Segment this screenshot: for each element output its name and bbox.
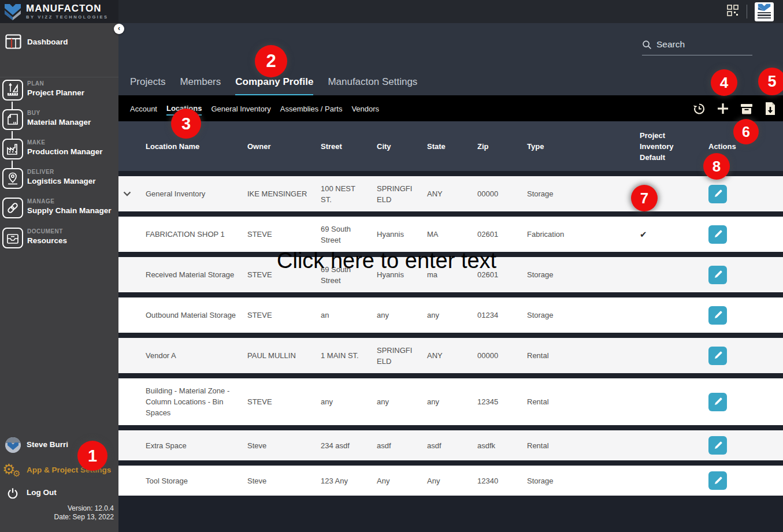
pencil-icon	[713, 189, 723, 199]
location-name: Building - Material Zone - Column Locati…	[143, 385, 244, 418]
location-name: Tool Storage	[143, 475, 244, 486]
default-check: ✔	[640, 229, 647, 239]
subtab-vendors[interactable]: Vendors	[351, 102, 379, 115]
table-row[interactable]: Outbound Material Storage STEVE an any a…	[118, 297, 783, 333]
sidebar-item-resources[interactable]: DOCUMENT Resources	[0, 228, 118, 251]
owner: STEVE	[244, 310, 318, 321]
history-icon[interactable]	[692, 101, 706, 116]
deliver-icon	[2, 168, 23, 189]
sidebar-category: PLAN	[27, 80, 44, 87]
city: asdf	[374, 440, 424, 451]
content-header: Search Projects Members Company Profile …	[118, 23, 783, 95]
type: Fabrication	[524, 229, 637, 240]
table-row[interactable]: Tool Storage Steve 123 Any Any Any 12340…	[118, 466, 783, 496]
sidebar-connector	[12, 131, 13, 139]
zip: 00000	[474, 188, 524, 199]
pencil-icon	[713, 270, 723, 280]
chevron-down-icon[interactable]	[123, 191, 131, 196]
manage-icon	[2, 198, 23, 218]
type: Storage	[524, 269, 637, 280]
buy-icon	[2, 109, 23, 130]
subtab-assemblies-parts[interactable]: Assemblies / Parts	[280, 102, 343, 115]
table-row[interactable]: Building - Material Zone - Column Locati…	[118, 378, 783, 425]
sidebar-item-label: Resources	[27, 236, 67, 245]
table-row[interactable]: Vendor A PAUL MULLIN 1 MAIN ST. SPRINGFI…	[118, 338, 783, 373]
zip: 00000	[474, 350, 524, 361]
tab-company-profile[interactable]: Company Profile	[235, 76, 313, 95]
sidebar-item-material-manager[interactable]: BUY Material Manager	[0, 109, 118, 132]
column-city: City	[374, 141, 424, 152]
add-icon[interactable]	[716, 101, 730, 116]
owner: STEVE	[244, 396, 318, 407]
annotation-circle-3: 3	[171, 109, 201, 139]
owner: Steve	[244, 440, 318, 451]
state: any	[424, 396, 474, 407]
city: Any	[374, 475, 424, 486]
manufacton-news-icon[interactable]	[755, 2, 774, 21]
edit-button[interactable]	[708, 185, 727, 203]
tab-projects[interactable]: Projects	[130, 76, 165, 95]
manufacton-app: MANUFACTON BY VIZZ TECHNOLOGIES	[0, 0, 783, 532]
edit-button[interactable]	[708, 471, 727, 490]
sidebar-item-production-manager[interactable]: MAKE Production Manager	[0, 139, 118, 162]
export-icon[interactable]	[763, 101, 777, 116]
annotation-circle-7: 7	[631, 185, 658, 211]
column-zip: Zip	[474, 141, 524, 152]
state: ANY	[424, 188, 474, 199]
zip: asdfk	[474, 440, 524, 451]
logout-label: Log Out	[27, 488, 57, 497]
manufacton-logo-icon	[4, 3, 21, 20]
column-project-inventory-default: Project Inventory Default	[637, 130, 706, 163]
location-name: Outbound Material Storage	[143, 310, 244, 321]
location-name: General Inventory	[143, 188, 244, 199]
tab-members[interactable]: Members	[180, 76, 221, 95]
sidebar-item-project-planner[interactable]: PLAN Project Planner	[0, 80, 118, 103]
search-input[interactable]: Search	[642, 39, 752, 55]
sidebar-item-settings[interactable]: ⚙⚙ App & Project Settings	[0, 466, 118, 485]
tab-manufacton-settings[interactable]: Manufacton Settings	[328, 76, 417, 95]
search-placeholder: Search	[656, 39, 685, 50]
city: SPRINGFIELD	[374, 345, 424, 367]
sidebar-category: BUY	[27, 110, 40, 116]
owner: Steve	[244, 475, 318, 486]
plan-icon	[2, 80, 23, 101]
overlay-entered-text[interactable]: Click here to enter text	[277, 248, 496, 273]
sidebar-item-dashboard[interactable]: Dashboard	[0, 33, 118, 54]
subtab-account[interactable]: Account	[130, 102, 157, 115]
zip: 01234	[474, 310, 524, 321]
archive-icon[interactable]	[740, 101, 754, 116]
qr-code-icon[interactable]	[726, 4, 739, 19]
edit-button[interactable]	[708, 225, 727, 244]
sidebar-item-logout[interactable]: Log Out	[0, 488, 118, 505]
edit-button[interactable]	[708, 266, 727, 284]
street: 123 Any	[318, 475, 374, 486]
app-logo: MANUFACTON BY VIZZ TECHNOLOGIES	[0, 0, 118, 23]
owner: PAUL MULLIN	[244, 350, 318, 361]
sidebar-item-label: Production Manager	[27, 147, 103, 156]
power-icon	[6, 487, 19, 500]
table-row[interactable]: General Inventory IKE MENSINGER 100 NEST…	[118, 176, 783, 211]
edit-button[interactable]	[708, 436, 727, 455]
sidebar-collapse-button[interactable]: ‹	[114, 24, 124, 34]
pencil-icon	[713, 397, 723, 407]
edit-button[interactable]	[708, 306, 727, 325]
edit-button[interactable]	[708, 393, 727, 411]
location-name: Extra Space	[143, 440, 244, 451]
column-owner: Owner	[244, 141, 318, 152]
street: 1 MAIN ST.	[318, 350, 374, 361]
sidebar-category: MANAGE	[27, 198, 54, 204]
table-row[interactable]: Extra Space Steve 234 asdf asdf asdf asd…	[118, 430, 783, 460]
table-row[interactable]: FABRICATION SHOP 1 STEVE 69 South Street…	[118, 217, 783, 252]
edit-button[interactable]	[708, 347, 727, 365]
type: Rental	[524, 350, 637, 361]
column-type: Type	[524, 141, 637, 152]
subtab-general-inventory[interactable]: General Inventory	[211, 102, 270, 115]
column-state: State	[424, 141, 474, 152]
sidebar-item-label: Supply Chain Manager	[27, 206, 112, 215]
sidebar-category: MAKE	[27, 139, 45, 146]
sidebar-item-logistics-manager[interactable]: DELIVER Logistics Manager	[0, 168, 118, 191]
sidebar-item-supply-chain-manager[interactable]: MANAGE Supply Chain Manager	[0, 198, 118, 221]
sidebar-category: DELIVER	[27, 169, 54, 175]
user-name: Steve Burri	[27, 440, 68, 449]
state: Any	[424, 475, 474, 486]
